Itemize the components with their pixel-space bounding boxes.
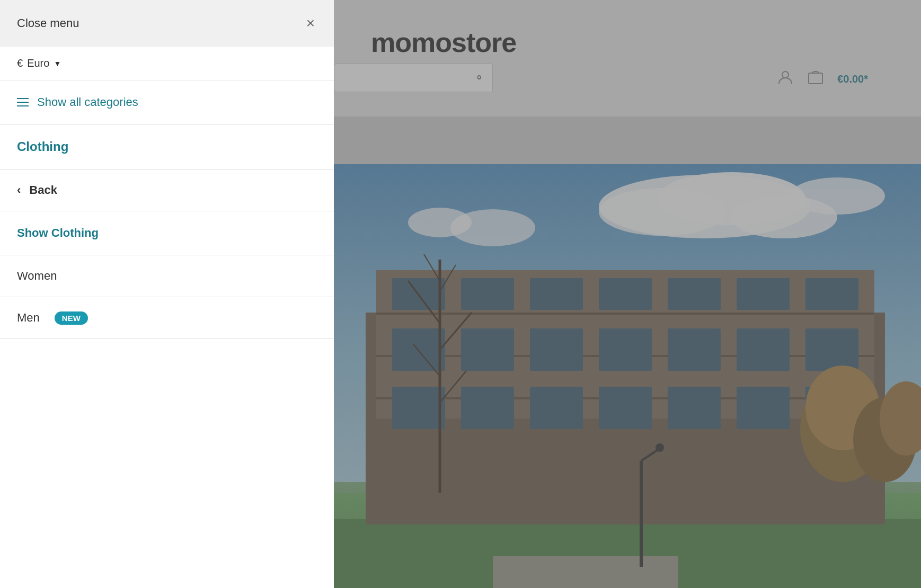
hamburger-line-3 [17, 105, 29, 106]
currency-dropdown-icon: ▼ [54, 59, 61, 68]
menu-panel: Close menu × € Euro ▼ Show all categorie… [0, 0, 334, 588]
hamburger-icon [17, 98, 29, 106]
close-icon: × [306, 15, 315, 31]
back-button[interactable]: ‹ Back [0, 170, 334, 211]
close-menu-label: Close menu [17, 16, 79, 30]
hamburger-line-1 [17, 98, 29, 99]
show-all-categories-row[interactable]: Show all categories [0, 81, 334, 124]
clothing-title: Clothing [0, 124, 334, 170]
close-menu-button[interactable]: × [304, 14, 317, 33]
menu-item-men[interactable]: Men NEW [0, 297, 334, 339]
currency-symbol: € [17, 57, 23, 69]
new-badge: NEW [55, 311, 88, 325]
currency-name: Euro [27, 57, 49, 69]
back-label: Back [29, 183, 57, 197]
women-label: Women [17, 269, 57, 283]
menu-item-women[interactable]: Women [0, 255, 334, 297]
menu-topbar: Close menu × [0, 0, 334, 47]
chevron-left-icon: ‹ [17, 183, 21, 197]
hamburger-line-2 [17, 102, 29, 103]
show-clothing-row[interactable]: Show Clothing [0, 211, 334, 255]
show-all-categories-label: Show all categories [37, 95, 138, 109]
currency-row[interactable]: € Euro ▼ [0, 47, 334, 81]
show-clothing-label: Show Clothing [17, 226, 99, 239]
men-label: Men [17, 311, 40, 325]
